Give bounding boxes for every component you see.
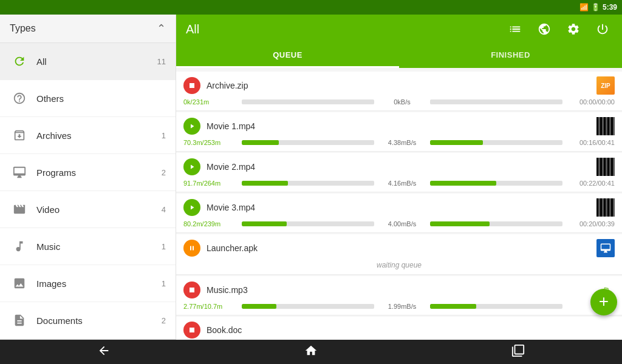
archive-icon [10,126,29,145]
sidebar-header: Types ⌃ [0,15,176,43]
film-thumb-2 [596,158,615,176]
back-button[interactable] [97,344,111,360]
collapse-icon[interactable]: ⌃ [157,22,166,35]
sidebar-item-others[interactable]: Others [0,80,176,117]
progress-bar-movie3 [242,221,374,226]
download-item-movie1: Movie 1.mp4 70.3m/253m 4.38mB/s [176,112,622,152]
image-icon [10,274,29,293]
progress-bar2-movie3 [430,221,562,226]
sidebar-archives-count: 1 [162,131,166,140]
home-button[interactable] [304,344,318,360]
stop-button-archive[interactable] [183,77,200,94]
list-view-button[interactable] [505,19,525,39]
progress-movie1: 70.3m/253m [183,139,238,146]
svg-rect-2 [190,328,194,332]
status-icons: 📶 🔋 5:39 [579,3,617,12]
progress-bar-movie1 [242,140,374,145]
download-list: Archive.zip ZIP 0k/231m 0kB/s 00:00/00:0… [176,68,622,340]
tab-finished[interactable]: FINISHED [399,44,622,68]
sidebar-others-label: Others [36,93,166,104]
film-icon [10,200,29,219]
sidebar-item-images[interactable]: Images 1 [0,265,176,302]
download-name-book: Book.doc [207,325,615,335]
download-name-launcher: Launcher.apk [207,243,596,253]
sidebar-item-music[interactable]: Music 1 [0,228,176,265]
zip-thumb: ZIP [596,76,615,95]
sidebar-video-label: Video [36,204,162,215]
waiting-text-launcher: waiting queue [183,261,615,269]
speed-movie1: 4.38mB/s [378,139,426,146]
sidebar-all-label: All [36,56,157,67]
progress-music: 2.77m/10.7m [183,303,238,310]
sidebar-documents-label: Documents [36,315,162,326]
sidebar-images-count: 1 [162,279,166,288]
download-item-music: Music.mp3 ♫ 2.77m/10.7m 1.99mB/s [176,276,622,315]
sidebar-item-programs[interactable]: Programs 2 [0,154,176,191]
progress-bar2-movie1 [430,140,562,145]
sidebar-video-count: 4 [162,205,166,214]
time-movie2: 00:22/00:41 [566,180,615,187]
document-icon [10,311,29,330]
progress-movie3: 80.2m/239m [183,220,238,228]
progress-archive: 0k/231m [183,98,238,106]
play-button-movie2[interactable] [183,158,200,175]
settings-button[interactable] [564,19,583,39]
speed-movie3: 4.00mB/s [378,220,426,228]
download-item-book: Book.doc [176,317,622,340]
sidebar-item-video[interactable]: Video 4 [0,191,176,228]
time-display: 5:39 [603,3,617,12]
recents-button[interactable] [511,344,525,360]
sidebar-item-all[interactable]: All 11 [0,43,176,80]
power-button[interactable] [593,19,612,39]
download-item-movie3: Movie 3.mp4 80.2m/239m 4.00mB/s [176,194,622,233]
progress-bar-movie2 [242,181,374,186]
time-movie3: 00:20/00:39 [566,220,615,228]
film-thumb-1 [596,117,615,135]
question-icon [10,89,29,108]
stop-button-book[interactable] [183,322,200,339]
download-item-movie2: Movie 2.mp4 91.7m/264m 4.16mB/s [176,153,622,192]
stop-button-music[interactable] [183,281,200,298]
play-button-movie3[interactable] [183,199,200,216]
fab-add-button[interactable]: + [590,289,617,315]
progress-bar-archive [242,99,374,104]
pause-button-launcher[interactable] [183,240,200,257]
download-item-archive: Archive.zip ZIP 0k/231m 0kB/s 00:00/00:0… [176,72,622,111]
progress-bar2-archive [430,99,562,104]
progress-bar-music [242,304,374,309]
tabs: QUEUE FINISHED [176,44,622,68]
topbar: All [176,15,622,44]
sidebar-title: Types [10,23,36,34]
topbar-title: All [186,22,505,36]
speed-music: 1.99mB/s [378,303,426,310]
sidebar-item-documents[interactable]: Documents 2 [0,302,176,339]
bottom-nav [0,340,622,364]
download-name-movie2: Movie 2.mp4 [207,162,596,172]
progress-bar2-movie2 [430,181,562,186]
sidebar-programs-count: 2 [162,168,166,177]
speed-movie2: 4.16mB/s [378,180,426,187]
speed-archive: 0kB/s [378,98,426,106]
svg-rect-0 [190,83,194,88]
content-area: All [176,15,622,340]
download-item-launcher: Launcher.apk waiting queue [176,234,622,275]
download-name-music: Music.mp3 [207,285,596,295]
sidebar-images-label: Images [36,278,162,289]
film-thumb-3 [596,198,615,217]
apk-thumb [596,239,615,257]
svg-rect-1 [190,288,194,292]
topbar-actions [505,19,612,39]
progress-bar2-music [430,304,562,309]
play-button-movie1[interactable] [183,118,200,135]
tab-queue[interactable]: QUEUE [176,44,399,68]
sidebar-music-label: Music [36,241,162,252]
status-bar: 📶 🔋 5:39 [0,0,622,15]
download-name-movie1: Movie 1.mp4 [207,121,596,131]
sidebar-all-count: 11 [157,57,166,66]
monitor-icon [10,163,29,182]
sidebar-programs-label: Programs [36,167,162,178]
sidebar-item-archives[interactable]: Archives 1 [0,117,176,154]
battery-icon: 🔋 [591,3,600,12]
signal-icon: 📶 [579,3,589,12]
globe-button[interactable] [535,19,554,39]
